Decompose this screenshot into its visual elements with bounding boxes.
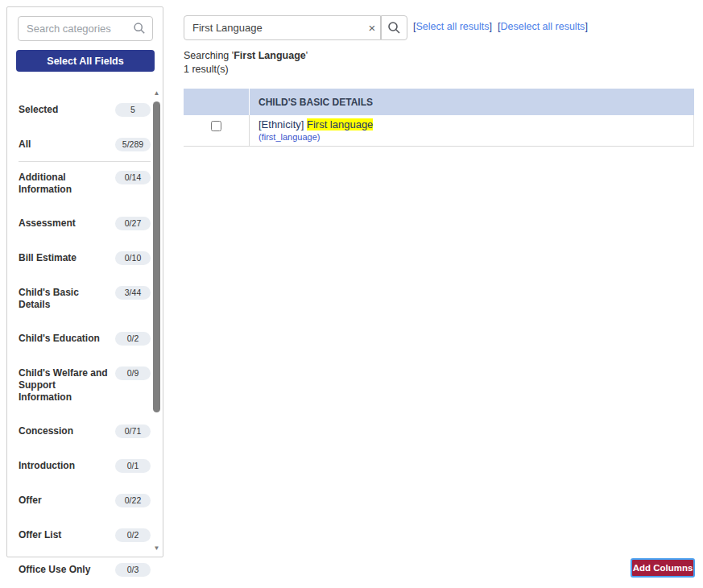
count-badge: 0/14 [115,171,151,184]
sidebar-item-childs-education[interactable]: Child's Education 0/2 [19,333,151,346]
count-badge: 0/22 [115,494,151,507]
table-header-row: CHILD'S BASIC DETAILS [184,89,694,115]
sidebar-item-label: Child's Welfare and Support Information [19,367,110,404]
count-badge: 0/1 [115,459,151,473]
table-header-checkbox-cell [184,89,250,115]
count-badge: 0/71 [115,424,151,438]
sidebar-scrollbar: ▲ ▼ [152,88,161,554]
sidebar-item-concession[interactable]: Concession 0/71 [19,425,151,438]
search-status: Searching 'First Language' 1 result(s) [184,49,308,77]
sidebar-item-selected[interactable]: Selected 5 [19,104,151,117]
bracket: ] [585,21,587,32]
result-checkbox[interactable] [211,121,221,131]
field-cell: [Ethnicity] First language (first_langua… [250,115,693,146]
search-icon [133,22,146,35]
checkbox-cell [184,115,250,146]
count-badge: 5/289 [115,138,151,151]
table-header-category-cell: CHILD'S BASIC DETAILS [250,89,694,115]
sidebar-item-assessment[interactable]: Assessment 0/27 [19,217,151,230]
table-row: [Ethnicity] First language (first_langua… [184,115,694,147]
results-table: CHILD'S BASIC DETAILS [Ethnicity] First … [184,89,694,147]
count-badge: 0/2 [115,332,151,346]
sidebar-item-label: Offer List [19,529,110,541]
highlighted-match: First language [307,118,373,130]
result-count: 1 result(s) [184,63,308,77]
search-term: First Language [234,50,306,61]
sidebar-item-offer-list[interactable]: Offer List 0/2 [19,529,151,542]
scroll-down-arrow-icon[interactable]: ▼ [152,545,161,553]
sidebar-item-bill-estimate[interactable]: Bill Estimate 0/10 [19,252,151,265]
sidebar-item-label: All [19,139,110,151]
search-icon [387,21,401,35]
clear-search-icon[interactable]: × [362,15,382,40]
sidebar-divider [19,161,151,162]
sidebar-item-childs-welfare[interactable]: Child's Welfare and Support Information … [19,367,151,404]
scroll-up-arrow-icon[interactable]: ▲ [152,89,161,97]
sidebar-item-label: Child's Education [19,333,110,345]
sidebar-item-office-use-only[interactable]: Office Use Only 0/3 [19,564,151,577]
sidebar-item-label: Office Use Only [19,564,110,576]
sidebar-item-label: Offer [19,495,110,507]
count-badge: 0/10 [115,251,151,265]
field-code: (first_language) [258,131,693,143]
sidebar-item-label: Child's Basic Details [19,287,110,311]
sidebar-item-additional-information[interactable]: Additional Information 0/14 [19,172,151,196]
scrollbar-thumb[interactable] [153,101,160,412]
bracket: ] [490,21,492,32]
searching-line: Searching 'First Language' [184,49,308,63]
sidebar-item-label: Bill Estimate [19,252,110,264]
select-all-results-link[interactable]: Select all results [416,21,489,32]
sidebar-item-label: Additional Information [19,172,110,196]
sidebar-item-offer[interactable]: Offer 0/22 [19,495,151,507]
field-search-input[interactable] [184,15,381,40]
sidebar-item-all[interactable]: All 5/289 [19,139,151,151]
sidebar-item-label: Introduction [19,460,110,472]
sidebar-item-label: Selected [19,104,110,116]
category-search [18,16,153,41]
count-badge: 0/27 [115,217,151,230]
category-sidebar: Select All Fields Selected 5 All 5/289 A… [6,6,163,557]
deselect-all-results-link[interactable]: Deselect all results [500,21,585,32]
sidebar-item-introduction[interactable]: Introduction 0/1 [19,460,151,473]
sidebar-item-label: Assessment [19,217,110,230]
field-picker-page: Select All Fields Selected 5 All 5/289 A… [0,0,703,588]
count-badge: 3/44 [115,286,151,300]
count-badge: 0/9 [115,366,151,380]
count-badge: 5 [115,103,151,117]
category-list: Selected 5 All 5/289 Additional Informat… [19,104,151,588]
search-button[interactable] [381,15,407,40]
select-all-fields-button[interactable]: Select All Fields [16,50,155,72]
sidebar-item-label: Concession [19,425,110,437]
field-label: [Ethnicity] First language [258,118,693,131]
bulk-select-links: [Select all results][Deselect all result… [413,21,588,32]
count-badge: 0/3 [115,563,151,577]
count-badge: 0/2 [115,528,151,542]
add-columns-button[interactable]: Add Columns [631,558,695,578]
sidebar-item-childs-basic-details[interactable]: Child's Basic Details 3/44 [19,287,151,311]
